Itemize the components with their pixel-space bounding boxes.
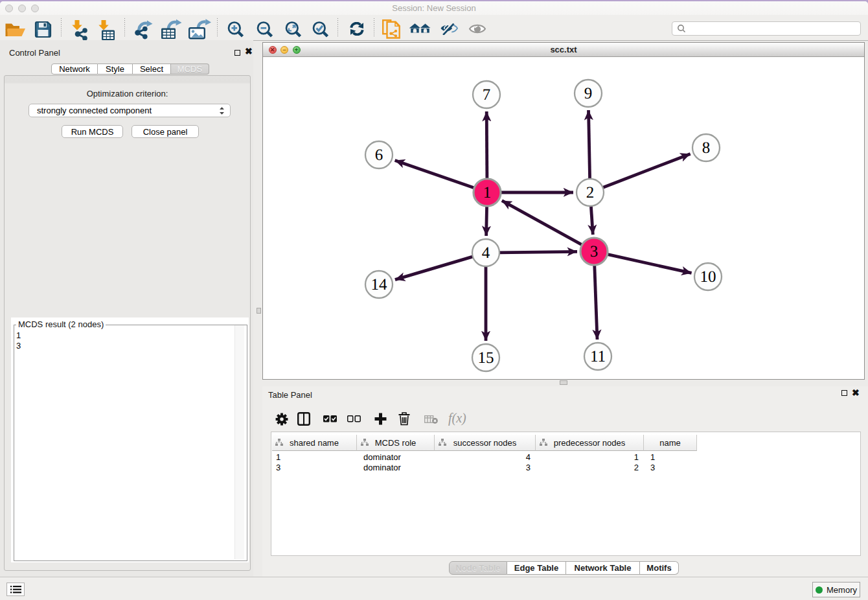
svg-text:15: 15 [478,349,494,367]
svg-text:1: 1 [483,184,492,202]
svg-text:2: 2 [586,184,595,202]
svg-text:14: 14 [371,276,388,294]
svg-text:4: 4 [482,244,490,262]
svg-text:8: 8 [702,139,711,157]
svg-text:9: 9 [584,85,593,102]
svg-text:7: 7 [483,86,491,104]
svg-text:6: 6 [375,146,383,164]
svg-text:10: 10 [700,268,716,286]
svg-text:3: 3 [590,243,599,260]
svg-text:11: 11 [590,348,606,365]
